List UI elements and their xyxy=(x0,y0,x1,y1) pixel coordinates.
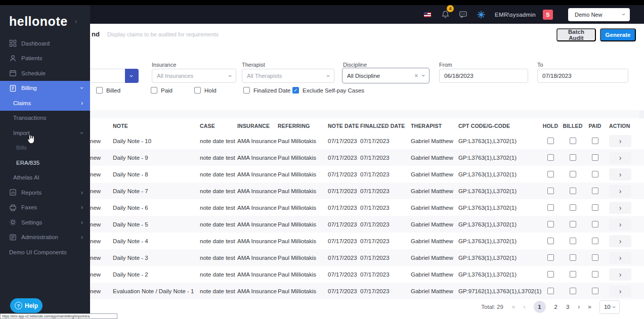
patient-search-dropdown-button[interactable]: › xyxy=(125,69,139,83)
sidebar-item-athelas-ai[interactable]: Athelas AI xyxy=(0,170,90,186)
filter-checkbox-exclude-self-pay-cases[interactable]: ✓ Exclude Self-pay Cases xyxy=(292,87,364,94)
row-expand-button[interactable]: › xyxy=(609,135,631,147)
sidebar-item-era-835[interactable]: ERA/835 xyxy=(0,155,90,170)
paid-checkbox[interactable] xyxy=(592,171,598,177)
previous-page-button[interactable]: ‹ xyxy=(524,303,525,310)
page-number-3[interactable]: 3 xyxy=(566,304,569,310)
filter-checkbox-finalized-date[interactable]: Finalized Date xyxy=(243,87,291,94)
hold-checkbox[interactable] xyxy=(547,238,554,244)
sidebar-item-billing[interactable]: Billing › xyxy=(0,81,90,96)
table-row[interactable]: new Evaluation Note / Daily Note - 1 not… xyxy=(30,283,644,299)
row-expand-button[interactable]: › xyxy=(609,252,631,264)
billed-checkbox[interactable] xyxy=(570,221,576,227)
paid-checkbox[interactable] xyxy=(592,204,598,211)
checkbox-icon[interactable] xyxy=(96,87,103,94)
sidebar-item-administration[interactable]: Administration › xyxy=(0,230,90,245)
paid-checkbox[interactable] xyxy=(592,271,598,278)
to-date-input[interactable]: 07/18/2023 xyxy=(537,69,628,83)
table-row[interactable]: new Daily Note - 6 note date test AMA In… xyxy=(30,199,644,216)
table-row[interactable]: new Daily Note - 3 note date test AMA In… xyxy=(30,249,644,266)
organization-select[interactable]: Demo New› xyxy=(568,8,630,21)
paid-checkbox[interactable] xyxy=(592,288,598,294)
hold-checkbox[interactable] xyxy=(547,254,554,261)
sidebar-item-dashboard[interactable]: Dashboard xyxy=(0,36,90,51)
page-number-1[interactable]: 1 xyxy=(534,301,546,313)
hold-checkbox[interactable] xyxy=(547,171,554,177)
messages-chat-icon[interactable] xyxy=(459,10,467,19)
hold-checkbox[interactable] xyxy=(547,188,554,194)
filter-checkbox-billed[interactable]: Billed xyxy=(96,87,120,94)
billed-checkbox[interactable] xyxy=(570,238,576,244)
hold-checkbox[interactable] xyxy=(547,221,554,227)
from-date-input[interactable]: 06/18/2023 xyxy=(439,69,528,83)
first-page-button[interactable]: « xyxy=(512,303,515,310)
page-size-select[interactable]: 10› xyxy=(599,300,620,314)
notifications-bell-icon[interactable]: 4 xyxy=(441,10,450,19)
table-row[interactable]: new Daily Note - 4 note date test AMA In… xyxy=(30,233,644,249)
row-expand-button[interactable]: › xyxy=(609,185,631,197)
row-expand-button[interactable]: › xyxy=(609,285,631,297)
table-row[interactable]: new Daily Note - 8 note date test AMA In… xyxy=(30,166,644,183)
discipline-select[interactable]: All Discipline ×› xyxy=(342,68,430,83)
page-number-2[interactable]: 2 xyxy=(554,304,557,310)
checkbox-icon[interactable]: ✓ xyxy=(292,87,299,94)
sidebar-item-reports[interactable]: Reports › xyxy=(0,185,90,200)
help-button[interactable]: ? Help xyxy=(10,298,42,313)
table-row[interactable]: new Daily Note - 7 note date test AMA In… xyxy=(30,183,644,199)
billed-checkbox[interactable] xyxy=(570,254,576,261)
row-expand-button[interactable]: › xyxy=(609,235,631,247)
language-flag-icon[interactable] xyxy=(424,12,431,17)
billed-checkbox[interactable] xyxy=(570,138,576,144)
sidebar-item-patients[interactable]: Patients xyxy=(0,51,90,66)
paid-checkbox[interactable] xyxy=(592,221,598,227)
user-avatar[interactable]: S xyxy=(543,10,553,20)
paid-checkbox[interactable] xyxy=(592,154,598,161)
hold-checkbox[interactable] xyxy=(547,138,554,144)
billed-checkbox[interactable] xyxy=(570,271,576,278)
paid-checkbox[interactable] xyxy=(592,188,598,194)
batch-audit-button[interactable]: Batch Audit xyxy=(556,28,596,41)
table-row[interactable]: new Daily Note - 5 note date test AMA In… xyxy=(30,216,644,233)
row-expand-button[interactable]: › xyxy=(609,202,631,214)
row-expand-button[interactable]: › xyxy=(609,218,631,231)
sidebar-item-faxes[interactable]: Faxes › xyxy=(0,200,90,215)
sidebar-item-demo-ui-components[interactable]: Demo UI Components xyxy=(0,245,90,260)
sidebar-item-transactions[interactable]: Transactions xyxy=(0,111,90,126)
billed-checkbox[interactable] xyxy=(570,204,576,211)
checkbox-icon[interactable] xyxy=(243,87,250,94)
sidebar-item-bills[interactable]: Bills xyxy=(0,141,90,156)
filter-checkbox-paid[interactable]: Paid xyxy=(151,87,173,94)
paid-checkbox[interactable] xyxy=(592,138,598,144)
hold-checkbox[interactable] xyxy=(547,271,554,278)
sidebar-collapse-icon[interactable]: ‹ xyxy=(75,17,77,25)
sidebar-item-schedule[interactable]: Schedule xyxy=(0,66,90,81)
billed-checkbox[interactable] xyxy=(570,188,576,194)
row-expand-button[interactable]: › xyxy=(609,168,631,180)
sidebar-item-import[interactable]: Import › xyxy=(0,125,90,141)
paid-checkbox[interactable] xyxy=(592,254,598,261)
billed-checkbox[interactable] xyxy=(570,154,576,161)
billed-checkbox[interactable] xyxy=(570,288,576,294)
last-page-button[interactable]: » xyxy=(588,303,591,310)
row-expand-button[interactable]: › xyxy=(609,268,631,281)
table-row[interactable]: new Daily Note - 9 note date test AMA In… xyxy=(30,149,644,166)
billed-checkbox[interactable] xyxy=(570,171,576,177)
clear-icon[interactable]: × xyxy=(414,72,418,79)
hold-checkbox[interactable] xyxy=(547,288,554,294)
generate-button[interactable]: Generate xyxy=(600,28,636,41)
insurance-select[interactable]: All Insurances› xyxy=(152,69,236,83)
sidebar-item-settings[interactable]: Settings › xyxy=(0,215,90,230)
paid-checkbox[interactable] xyxy=(592,238,598,244)
hold-checkbox[interactable] xyxy=(547,154,554,161)
filter-checkbox-hold[interactable]: Hold xyxy=(194,87,217,94)
therapist-select[interactable]: All Therapists› xyxy=(242,69,334,83)
table-row[interactable]: new Daily Note - 10 note date test AMA I… xyxy=(30,132,644,149)
row-expand-button[interactable]: › xyxy=(609,152,631,164)
table-row[interactable]: new Daily Note - 2 note date test AMA In… xyxy=(30,266,644,283)
checkbox-icon[interactable] xyxy=(194,87,201,94)
sparkle-icon[interactable] xyxy=(477,10,486,19)
next-page-button[interactable]: › xyxy=(578,303,579,310)
sidebar-item-claims[interactable]: Claims › xyxy=(0,96,90,111)
hold-checkbox[interactable] xyxy=(547,204,554,211)
checkbox-icon[interactable] xyxy=(151,87,157,94)
